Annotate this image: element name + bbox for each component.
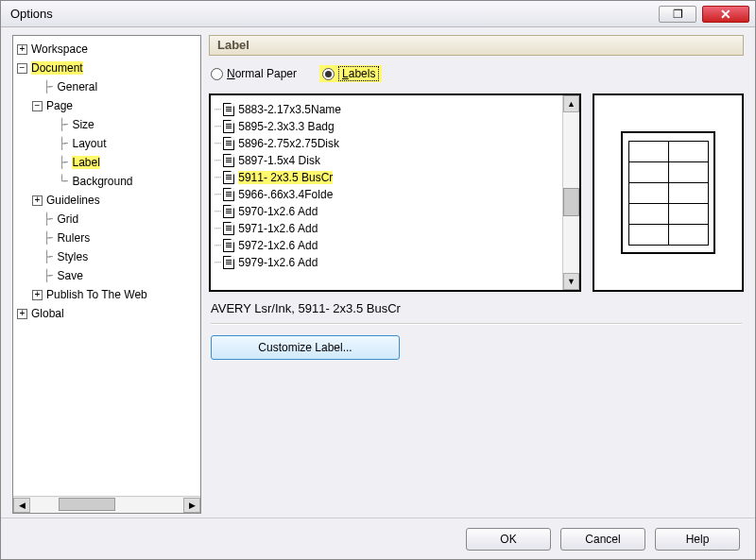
scroll-up-button[interactable]: ▲ <box>563 95 579 112</box>
tree-item-page[interactable]: −Page <box>15 96 198 115</box>
tree-branch-icon: └╴ <box>59 175 70 188</box>
tree-dash-icon: ┈ <box>215 188 221 201</box>
list-item-label: 5911- 2x3.5 BusCr <box>238 171 333 184</box>
tree-item-guidelines[interactable]: +Guidelines <box>15 191 198 210</box>
list-item[interactable]: ┈5896-2.75x2.75Disk <box>215 135 558 152</box>
radio-normal-paper[interactable]: Normal Paper <box>211 67 297 80</box>
tree-branch-icon: ├╴ <box>43 250 55 263</box>
list-item[interactable]: ┈5897-1.5x4 Disk <box>215 152 558 169</box>
list-item-label: 5970-1x2.6 Add <box>238 205 318 218</box>
label-sheet-preview <box>621 131 715 254</box>
tree-dash-icon: ┈ <box>215 239 221 252</box>
scroll-track[interactable] <box>30 498 183 513</box>
tree-item-grid[interactable]: ├╴Grid <box>15 210 198 229</box>
restore-button[interactable]: ❐ <box>659 6 696 23</box>
tree-branch-icon: ├╴ <box>43 212 55 226</box>
close-button[interactable]: ✕ <box>702 6 749 23</box>
label-cell <box>668 141 709 162</box>
tree-branch-icon: ├╴ <box>59 137 70 150</box>
titlebar-buttons: ❐ ✕ <box>659 6 749 23</box>
tree-item-label[interactable]: ├╴Label <box>15 153 198 172</box>
tree-dash-icon: ┈ <box>215 154 221 167</box>
expand-icon[interactable]: + <box>17 44 27 55</box>
radio-label: Labels <box>338 66 379 81</box>
category-tree[interactable]: +Workspace −Document ├╴General −Page ├╴S… <box>13 36 200 496</box>
document-icon <box>223 171 234 184</box>
list-item-label: 5966-.66x3.4Folde <box>238 188 333 201</box>
scroll-thumb[interactable] <box>563 188 579 216</box>
document-icon <box>223 239 234 252</box>
collapse-icon[interactable]: − <box>17 63 27 74</box>
expand-icon[interactable]: + <box>32 195 43 206</box>
tree-item-publish[interactable]: +Publish To The Web <box>15 285 198 304</box>
list-item[interactable]: ┈5895-2.3x3.3 Badg <box>215 118 558 135</box>
document-icon <box>223 188 234 201</box>
tree-item-save[interactable]: ├╴Save <box>15 266 198 285</box>
customize-label-button[interactable]: Customize Label... <box>211 335 400 360</box>
radio-labels[interactable]: Labels <box>319 65 382 82</box>
label-cell <box>668 203 709 225</box>
list-item[interactable]: ┈5971-1x2.6 Add <box>215 220 558 237</box>
list-item-label: 5883-2.17x3.5Name <box>238 103 341 116</box>
list-item[interactable]: ┈5979-1x2.6 Add <box>215 254 558 271</box>
tree-item-general[interactable]: ├╴General <box>15 77 198 96</box>
label-cell <box>628 161 669 183</box>
list-item-label: 5896-2.75x2.75Disk <box>238 137 339 150</box>
tree-item-document[interactable]: −Document <box>15 59 198 77</box>
tree-dash-icon: ┈ <box>215 171 221 184</box>
tree-dash-icon: ┈ <box>215 256 221 269</box>
section-header: Label <box>209 35 744 56</box>
scroll-right-button[interactable]: ▶ <box>183 498 200 513</box>
label-cell <box>628 224 669 246</box>
expand-icon[interactable]: + <box>17 309 27 319</box>
tree-item-workspace[interactable]: +Workspace <box>15 40 198 59</box>
label-selection-row: ┈5883-2.17x3.5Name┈5895-2.3x3.3 Badg┈589… <box>209 93 744 292</box>
tree-item-styles[interactable]: ├╴Styles <box>15 247 198 266</box>
document-icon <box>223 120 234 133</box>
options-dialog: Options ❐ ✕ +Workspace −Document ├╴Gener… <box>0 0 756 560</box>
tree-item-global[interactable]: +Global <box>15 304 198 323</box>
paper-type-radio-group: Normal Paper Labels <box>211 65 742 82</box>
list-item-label: 5897-1.5x4 Disk <box>238 154 320 167</box>
list-item-label: 5895-2.3x3.3 Badg <box>238 120 334 133</box>
radio-icon <box>322 68 335 80</box>
document-icon <box>223 154 234 167</box>
label-cell <box>628 141 669 162</box>
list-item[interactable]: ┈5911- 2x3.5 BusCr <box>215 169 558 186</box>
window-title: Options <box>7 7 659 21</box>
cancel-button[interactable]: Cancel <box>560 528 645 551</box>
list-item[interactable]: ┈5972-1x2.6 Add <box>215 237 558 254</box>
radio-icon <box>211 68 223 80</box>
collapse-icon[interactable]: − <box>32 101 43 111</box>
tree-item-background[interactable]: └╴Background <box>15 172 198 191</box>
scroll-down-button[interactable]: ▼ <box>563 273 579 290</box>
tree-horizontal-scrollbar[interactable]: ◀ ▶ <box>13 496 200 513</box>
label-preview-panel <box>593 93 744 292</box>
tree-dash-icon: ┈ <box>215 137 221 150</box>
list-item-label: 5971-1x2.6 Add <box>238 222 318 235</box>
document-icon <box>223 103 234 116</box>
scroll-thumb[interactable] <box>59 498 115 511</box>
label-cell <box>628 182 669 204</box>
scroll-track[interactable] <box>563 112 579 273</box>
ok-button[interactable]: OK <box>466 528 551 551</box>
tree-dash-icon: ┈ <box>215 205 221 218</box>
list-item[interactable]: ┈5883-2.17x3.5Name <box>215 101 558 118</box>
tree-item-layout[interactable]: ├╴Layout <box>15 134 198 153</box>
tree-branch-icon: ├╴ <box>59 118 70 131</box>
tree-item-rulers[interactable]: ├╴Rulers <box>15 229 198 247</box>
list-item[interactable]: ┈5966-.66x3.4Folde <box>215 186 558 203</box>
tree-branch-icon: ├╴ <box>43 80 55 93</box>
scroll-left-button[interactable]: ◀ <box>13 498 30 513</box>
expand-icon[interactable]: + <box>32 290 43 300</box>
category-tree-panel: +Workspace −Document ├╴General −Page ├╴S… <box>12 35 201 514</box>
label-list[interactable]: ┈5883-2.17x3.5Name┈5895-2.3x3.3 Badg┈589… <box>211 95 562 290</box>
help-button[interactable]: Help <box>655 528 740 551</box>
list-vertical-scrollbar[interactable]: ▲ ▼ <box>562 95 579 290</box>
label-cell <box>628 203 669 225</box>
document-icon <box>223 137 234 150</box>
list-item[interactable]: ┈5970-1x2.6 Add <box>215 203 558 220</box>
tree-item-size[interactable]: ├╴Size <box>15 115 198 134</box>
tree-branch-icon: ├╴ <box>43 231 55 245</box>
titlebar: Options ❐ ✕ <box>1 1 755 27</box>
